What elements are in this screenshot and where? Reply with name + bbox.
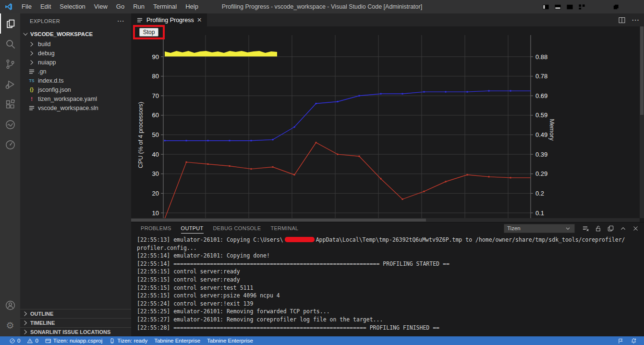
file-jsconfig-json[interactable]: {}jsconfig.json <box>20 85 131 94</box>
folder-debug[interactable]: debug <box>20 49 131 58</box>
debug-icon <box>5 79 16 90</box>
folder-nuiapp[interactable]: nuiapp <box>20 58 131 67</box>
log-line: [22:55:14] emulator-26101: Copying done! <box>137 252 644 260</box>
bottom-panel: PROBLEMSOUTPUTDEBUG CONSOLETERMINAL Tize… <box>131 222 644 336</box>
status-warnings[interactable]: 0 <box>24 336 41 345</box>
panel-tab-terminal[interactable]: TERMINAL <box>266 222 303 234</box>
account-icon <box>5 300 16 311</box>
layout-sidebar-left-icon[interactable] <box>540 0 552 13</box>
status-label: Tabnine Enterprise <box>154 338 200 344</box>
activity-bar: ⚙ <box>0 13 20 336</box>
source-control-icon <box>5 59 16 70</box>
status-feedback[interactable] <box>614 336 627 345</box>
menu-file[interactable]: File <box>17 0 36 13</box>
svg-text:0.78: 0.78 <box>535 73 547 80</box>
status-bar-left: 00Tizen: nuiapp.csprojTizen: readyTabnin… <box>0 336 256 345</box>
log-text: [22:55:13] emulator-26101: Copying C:\Us… <box>137 236 283 243</box>
svg-text:10: 10 <box>152 209 159 217</box>
menu-run[interactable]: Run <box>129 0 149 13</box>
close-icon[interactable] <box>625 0 644 13</box>
layout-panel-icon[interactable] <box>552 0 564 13</box>
layout-sidebar-right-icon[interactable] <box>564 0 576 13</box>
activity-settings[interactable]: ⚙ <box>0 315 20 335</box>
panel-tab-debug-console[interactable]: DEBUG CONSOLE <box>208 222 266 234</box>
svg-text:0.29: 0.29 <box>535 170 547 177</box>
status-tabnine-1[interactable]: Tabnine Enterprise <box>151 336 204 345</box>
panel-tabs: PROBLEMSOUTPUTDEBUG CONSOLETERMINAL <box>131 222 303 234</box>
title-bar: FileEditSelectionViewGoRunTerminalHelp P… <box>0 0 644 13</box>
close-icon[interactable] <box>632 224 639 232</box>
status-tizen-ready[interactable]: Tizen: ready <box>106 336 151 345</box>
status-bar-right <box>614 336 644 345</box>
svg-text:70: 70 <box>152 92 159 99</box>
activity-explorer[interactable] <box>0 13 20 34</box>
panel-tab-problems[interactable]: PROBLEMS <box>136 222 176 234</box>
clear-output-icon[interactable] <box>582 224 589 232</box>
chevron-right-icon <box>28 49 36 57</box>
explorer-more-actions-icon[interactable]: ⋯ <box>117 17 124 25</box>
svg-text:0.69: 0.69 <box>535 92 547 99</box>
layout-customize-icon[interactable] <box>576 0 588 13</box>
section-timeline[interactable]: TIMELINE <box>20 318 131 327</box>
chevron-up-icon[interactable] <box>619 224 627 232</box>
file-gn[interactable]: .gn <box>20 67 131 76</box>
file-tizen-workspace-yaml[interactable]: !tizen_workspace.yaml <box>20 94 131 103</box>
menu-terminal[interactable]: Terminal <box>149 0 181 13</box>
section-sonarlint-issue-locations[interactable]: SONARLINT ISSUE LOCATIONS <box>20 327 131 336</box>
output-log[interactable]: [22:55:13] emulator-26101: Copying C:\Us… <box>131 234 644 336</box>
files-icon <box>5 18 16 29</box>
warning-icon <box>27 338 33 344</box>
stop-button[interactable]: Stop <box>139 28 159 37</box>
svg-text:30: 30 <box>152 170 159 177</box>
folder-build[interactable]: build <box>20 39 131 49</box>
status-bar: 00Tizen: nuiapp.csprojTizen: readyTabnin… <box>0 336 644 345</box>
restore-icon[interactable] <box>607 0 625 13</box>
explorer-title: EXPLORER <box>30 18 60 24</box>
menu-selection[interactable]: Selection <box>55 0 89 13</box>
panel-header: PROBLEMSOUTPUTDEBUG CONSOLETERMINAL Tize… <box>131 222 644 234</box>
activity-source-control[interactable] <box>0 54 20 74</box>
status-label: Tizen: nuiapp.csproj <box>53 338 103 344</box>
activity-sonarlint[interactable] <box>0 114 20 135</box>
annotation-box-stop: Stop <box>133 25 165 39</box>
menu-go[interactable]: Go <box>112 0 129 13</box>
activity-extensions[interactable] <box>0 94 20 114</box>
panel-tab-output[interactable]: OUTPUT <box>176 222 208 234</box>
editor-vertical-scrollbar[interactable] <box>640 26 644 218</box>
file-index-d-ts[interactable]: TSindex.d.ts <box>20 76 131 85</box>
status-tabnine-2[interactable]: Tabnine Enterprise <box>204 336 256 345</box>
section-label: OUTLINE <box>30 311 53 317</box>
menu-view[interactable]: View <box>90 0 112 13</box>
status-errors[interactable]: 0 <box>6 336 24 345</box>
file-tree: builddebugnuiapp.gnTSindex.d.ts{}jsconfi… <box>20 39 131 112</box>
minimize-icon[interactable] <box>588 0 607 13</box>
activity-tizen-profiler[interactable] <box>0 135 20 155</box>
copy-output-icon[interactable] <box>607 224 614 232</box>
file-lines-icon <box>28 68 36 75</box>
output-channel-select[interactable]: Tizen <box>504 224 575 233</box>
editor-horizontal-scrollbar[interactable] <box>131 218 640 222</box>
status-tizen-project[interactable]: Tizen: nuiapp.csproj <box>42 336 106 345</box>
workspace-name: VSCODE_WORKSPACE <box>30 31 93 37</box>
menu-help[interactable]: Help <box>181 0 203 13</box>
menu-edit[interactable]: Edit <box>36 0 55 13</box>
svg-text:50: 50 <box>152 131 159 138</box>
file-vscode-workspace-sln[interactable]: vscode_workspace.sln <box>20 103 131 112</box>
editor-more-actions-icon[interactable]: ⋯ <box>632 15 639 25</box>
tab-close-icon[interactable]: ✕ <box>197 16 202 24</box>
split-editor-icon[interactable] <box>618 16 626 24</box>
tree-item-label: jsconfig.json <box>38 86 71 93</box>
log-line: [22:55:28] =============================… <box>137 324 644 332</box>
section-outline[interactable]: OUTLINE <box>20 309 131 318</box>
window-controls <box>540 0 644 13</box>
activity-account[interactable] <box>0 295 20 315</box>
activity-search[interactable] <box>0 34 20 54</box>
sonarlint-icon <box>5 119 16 130</box>
tab-profiling-progress[interactable]: Profiling Progress ✕ <box>131 13 207 26</box>
workspace-root[interactable]: VSCODE_WORKSPACE <box>20 29 131 39</box>
activity-run-debug[interactable] <box>0 74 20 94</box>
status-notifications[interactable] <box>627 336 640 345</box>
log-text: AppData\Local\Temp\tmp-26392tQ6uMwtv9Z6P… <box>316 236 625 243</box>
device-icon <box>109 338 115 344</box>
unlock-icon[interactable] <box>594 224 602 232</box>
